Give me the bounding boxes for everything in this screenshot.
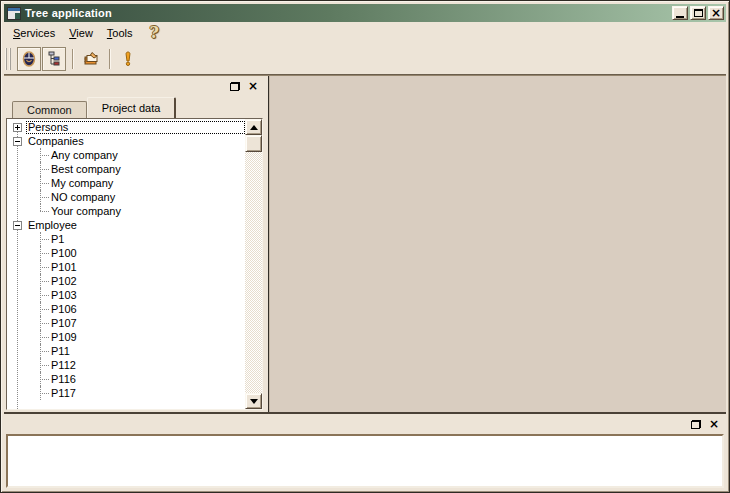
tree-item-label[interactable]: My company: [49, 177, 245, 190]
minimize-button[interactable]: [672, 6, 688, 20]
tree-item-label[interactable]: Any company: [49, 149, 245, 162]
tree-vertical-scrollbar[interactable]: [245, 119, 262, 409]
tree-item-p102[interactable]: P102: [7, 274, 245, 288]
tree-item-p101[interactable]: P101: [7, 260, 245, 274]
menubar: ServicesViewTools ?: [1, 22, 729, 44]
window-title: Tree application: [25, 7, 670, 19]
tree-connector-line: [31, 274, 49, 288]
tree-item-label[interactable]: Your company: [49, 205, 245, 218]
bottom-dock-float-button[interactable]: [688, 417, 704, 431]
tree-item-p103[interactable]: P103: [7, 288, 245, 302]
tree-connector-line: [31, 260, 49, 274]
tree-connector-line: [31, 330, 49, 344]
tree-connector-line: [31, 204, 49, 218]
toolbar-handle[interactable]: [5, 48, 11, 70]
tree-item-label[interactable]: Employee: [26, 219, 245, 232]
tree-item-p106[interactable]: P106: [7, 302, 245, 316]
scroll-down-button[interactable]: [245, 393, 262, 409]
collapse-minus-icon[interactable]: [13, 221, 22, 230]
tree-item-p107[interactable]: P107: [7, 316, 245, 330]
expand-plus-icon[interactable]: [13, 123, 22, 132]
tree-item-p1[interactable]: P1: [7, 232, 245, 246]
tree-item-label[interactable]: P101: [49, 261, 245, 274]
toolbar: [1, 44, 729, 74]
collapse-minus-icon[interactable]: [13, 137, 22, 146]
tree-item-label[interactable]: P1: [49, 233, 245, 246]
tree-connector-line: [31, 288, 49, 302]
bottom-dock-header[interactable]: ×: [4, 414, 726, 434]
tree-item-label[interactable]: P11: [49, 345, 245, 358]
tree-item-label[interactable]: Companies: [26, 135, 245, 148]
bottom-dock-close-button[interactable]: ×: [706, 417, 722, 431]
tree-item-label[interactable]: P107: [49, 317, 245, 330]
close-button[interactable]: ×: [708, 6, 724, 20]
log-output-area[interactable]: [6, 434, 724, 488]
maximize-button[interactable]: [690, 6, 706, 20]
help-menu-icon[interactable]: ?: [150, 25, 159, 41]
tree-view-button[interactable]: [42, 47, 66, 71]
minimize-icon: [676, 16, 684, 18]
tree-item-label[interactable]: P103: [49, 289, 245, 302]
tree-connector-line: [31, 358, 49, 372]
tree-item-companies[interactable]: Companies: [7, 134, 245, 148]
menu-tools[interactable]: Tools: [100, 24, 140, 42]
tree-item-p112[interactable]: P112: [7, 358, 245, 372]
tree-item-label[interactable]: P102: [49, 275, 245, 288]
scrollbar-track[interactable]: [245, 152, 262, 393]
tree-connector-line: [31, 386, 49, 400]
tree-item-p116[interactable]: P116: [7, 372, 245, 386]
tree-item-label[interactable]: NO company: [49, 191, 245, 204]
tree-item-label[interactable]: Persons: [26, 121, 245, 134]
tab-common[interactable]: Common: [12, 101, 87, 118]
tree-connector-line: [31, 162, 49, 176]
scrollbar-thumb[interactable]: [245, 135, 262, 152]
tree-item-persons[interactable]: Persons: [7, 120, 245, 134]
tree-item-employee[interactable]: Employee: [7, 218, 245, 232]
menu-services[interactable]: Services: [6, 24, 62, 42]
scroll-up-button[interactable]: [245, 119, 262, 135]
close-icon: ×: [711, 8, 721, 18]
tree-item-best-company[interactable]: Best company: [7, 162, 245, 176]
bottom-dock-panel: ×: [4, 414, 726, 492]
close-icon: ×: [709, 418, 719, 430]
toolbar-separator: [109, 49, 111, 69]
notebook-button[interactable]: [79, 47, 103, 71]
left-dock-tabbar: Common Project data: [4, 96, 265, 118]
tree-item-label[interactable]: P100: [49, 247, 245, 260]
tree-widget: PersonsCompaniesAny companyBest companyM…: [6, 118, 263, 410]
titlebar[interactable]: Tree application ×: [4, 4, 726, 22]
notebook-hand-icon: [83, 51, 99, 67]
tree-item-your-company[interactable]: Your company: [7, 204, 245, 218]
tree-item-label[interactable]: P106: [49, 303, 245, 316]
menu-view[interactable]: View: [62, 24, 100, 42]
tree-item-my-company[interactable]: My company: [7, 176, 245, 190]
tree-item-p11[interactable]: P11: [7, 344, 245, 358]
tree-item-label[interactable]: P116: [49, 373, 245, 386]
tree-item-p109[interactable]: P109: [7, 330, 245, 344]
arrow-up-icon: [250, 125, 258, 130]
app-icon: [7, 7, 21, 20]
left-dock-close-button[interactable]: ×: [245, 79, 261, 93]
tree-item-label[interactable]: P117: [49, 387, 245, 400]
tab-project-data[interactable]: Project data: [87, 97, 177, 118]
close-icon: ×: [248, 80, 258, 92]
tree-connector-line: [31, 176, 49, 190]
tree-item-any-company[interactable]: Any company: [7, 148, 245, 162]
tree-item-p117[interactable]: P117: [7, 386, 245, 400]
tree-connector-line: [31, 232, 49, 246]
left-dock-float-button[interactable]: [227, 79, 243, 93]
tree-item-p100[interactable]: P100: [7, 246, 245, 260]
mouse-icon: [21, 51, 37, 67]
tree-item-label[interactable]: P112: [49, 359, 245, 372]
tree-item-label[interactable]: P109: [49, 331, 245, 344]
exclamation-button[interactable]: [116, 47, 140, 71]
maximize-icon: [694, 9, 703, 17]
tree-connector-line: [31, 148, 49, 162]
mouse-tool-button[interactable]: [17, 47, 41, 71]
tree-view-icon: [46, 51, 62, 67]
left-dock-header[interactable]: ×: [4, 76, 265, 96]
tree-item-label[interactable]: Best company: [49, 163, 245, 176]
tree-item-no-company[interactable]: NO company: [7, 190, 245, 204]
left-dock-panel: × Common Project data PersonsCompaniesAn…: [4, 76, 265, 412]
main-area: × Common Project data PersonsCompaniesAn…: [4, 76, 726, 412]
